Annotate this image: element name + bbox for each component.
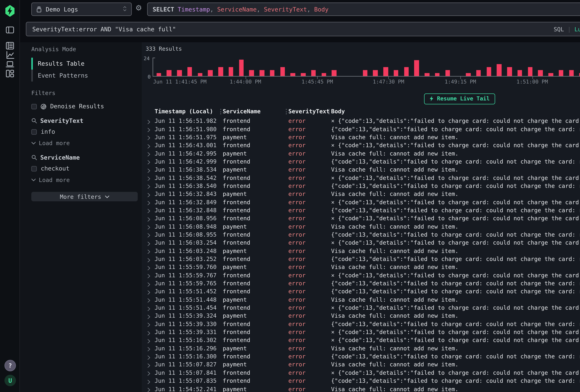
expand-chevron-icon[interactable] — [147, 387, 151, 391]
table-row[interactable]: Jun 11 1:56:38.542 PM frontend error × {… — [146, 174, 580, 182]
expand-chevron-icon[interactable] — [147, 192, 151, 196]
table-row[interactable]: Jun 11 1:56:38.540 PM frontend error {"c… — [146, 182, 580, 190]
help-button[interactable]: ? — [4, 360, 16, 371]
expand-chevron-icon[interactable] — [147, 200, 151, 204]
expand-chevron-icon[interactable] — [147, 127, 151, 131]
table-row[interactable]: Jun 11 1:55:07.827 PM payment error Visa… — [146, 361, 580, 369]
toggle-sql[interactable]: SQL — [554, 26, 564, 33]
expand-chevron-icon[interactable] — [147, 281, 151, 286]
column-resize-handle[interactable] — [329, 109, 330, 114]
expand-chevron-icon[interactable] — [147, 143, 151, 147]
table-row[interactable]: Jun 11 1:55:39.331 PM frontend error × {… — [146, 328, 580, 336]
table-row[interactable]: Jun 11 1:56:03.254 PM frontend error × {… — [146, 239, 580, 247]
table-row[interactable]: Jun 11 1:55:39.330 PM frontend error {"c… — [146, 320, 580, 328]
expand-chevron-icon[interactable] — [147, 135, 151, 139]
table-row[interactable]: Jun 11 1:55:51.452 PM frontend error {"c… — [146, 287, 580, 295]
table-row[interactable]: Jun 11 1:54:52.241 PM payment error Visa… — [146, 385, 580, 392]
histogram-bar[interactable] — [412, 58, 422, 76]
table-row[interactable]: Jun 11 1:55:59.767 PM frontend error × {… — [146, 271, 580, 279]
histogram-bar[interactable] — [401, 58, 412, 76]
histogram-bar[interactable] — [288, 58, 298, 76]
denoise-checkbox[interactable] — [31, 104, 37, 109]
mode-event-patterns[interactable]: Event Patterns — [31, 70, 138, 82]
table-row[interactable]: Jun 11 1:55:07.835 PM frontend error {"c… — [146, 377, 580, 385]
histogram-bar[interactable] — [267, 58, 278, 76]
histogram-bar[interactable] — [535, 58, 546, 76]
table-row[interactable]: Jun 11 1:56:32.849 PM frontend error × {… — [146, 198, 580, 206]
histogram-bar[interactable] — [236, 58, 247, 76]
histogram-bar[interactable] — [577, 58, 580, 76]
resume-live-tail-button[interactable]: Resume Live Tail — [424, 94, 495, 104]
expand-chevron-icon[interactable] — [147, 346, 151, 351]
histogram-bar[interactable] — [339, 58, 350, 76]
expand-chevron-icon[interactable] — [147, 379, 151, 383]
table-row[interactable]: Jun 11 1:56:03.252 PM frontend error {"c… — [146, 255, 580, 263]
histogram-bar[interactable] — [432, 58, 442, 76]
col-timestamp[interactable]: Timestamp (Local) — [155, 108, 219, 115]
expand-chevron-icon[interactable] — [147, 216, 151, 221]
table-row[interactable]: Jun 11 1:55:51.454 PM frontend error × {… — [146, 304, 580, 312]
table-row[interactable]: Jun 11 1:55:39.324 PM payment error Visa… — [146, 312, 580, 320]
histogram-bar[interactable] — [473, 58, 484, 76]
facet-checkbox[interactable] — [31, 166, 37, 171]
app-logo-icon[interactable] — [4, 5, 15, 17]
table-row[interactable]: Jun 11 1:55:59.765 PM frontend error {"c… — [146, 279, 580, 287]
select-query-box[interactable]: SELECT Timestamp, ServiceName, SeverityT… — [147, 2, 580, 16]
expand-chevron-icon[interactable] — [147, 232, 151, 237]
histogram-bar[interactable] — [153, 58, 164, 76]
expand-chevron-icon[interactable] — [147, 289, 151, 294]
table-row[interactable]: Jun 11 1:56:42.995 PM payment error Visa… — [146, 149, 580, 157]
table-row[interactable]: Jun 11 1:55:16.302 PM frontend error × {… — [146, 336, 580, 344]
histogram-bar[interactable] — [515, 58, 525, 76]
histogram-bar[interactable] — [329, 58, 339, 76]
expand-chevron-icon[interactable] — [147, 265, 151, 269]
expand-chevron-icon[interactable] — [147, 305, 151, 310]
histogram-bar[interactable] — [195, 58, 205, 76]
histogram-bar[interactable] — [257, 58, 267, 76]
histogram-bar[interactable] — [308, 58, 319, 76]
histogram-bar[interactable] — [546, 58, 556, 76]
load-more-severity[interactable]: Load more — [31, 140, 138, 146]
histogram-bar[interactable] — [226, 58, 236, 76]
histogram-bar[interactable] — [174, 58, 184, 76]
table-row[interactable]: Jun 11 1:56:51.982 PM frontend error × {… — [146, 117, 580, 125]
table-row[interactable]: Jun 11 1:56:38.534 PM payment error Visa… — [146, 165, 580, 174]
log-search-icon[interactable] — [5, 41, 14, 50]
table-row[interactable]: Jun 11 1:55:07.841 PM frontend error × {… — [146, 369, 580, 377]
expand-chevron-icon[interactable] — [147, 273, 151, 277]
panel-left-icon[interactable] — [5, 25, 14, 34]
histogram-bar[interactable] — [566, 58, 577, 76]
table-row[interactable]: Jun 11 1:56:42.999 PM frontend error {"c… — [146, 157, 580, 165]
histogram-bar[interactable] — [453, 58, 463, 76]
search-input[interactable] — [31, 25, 550, 33]
expand-chevron-icon[interactable] — [147, 159, 151, 164]
table-row[interactable]: Jun 11 1:55:51.448 PM payment error Visa… — [146, 295, 580, 304]
histogram-bar[interactable] — [484, 58, 494, 76]
mode-results-table[interactable]: Results Table — [31, 58, 138, 70]
column-resize-handle[interactable] — [286, 109, 287, 114]
table-row[interactable]: Jun 11 1:56:08.948 PM payment error Visa… — [146, 222, 580, 231]
table-row[interactable]: Jun 11 1:56:51.980 PM frontend error {"c… — [146, 125, 580, 133]
expand-chevron-icon[interactable] — [147, 224, 151, 229]
expand-chevron-icon[interactable] — [147, 257, 151, 261]
histogram-bar[interactable] — [298, 58, 308, 76]
expand-chevron-icon[interactable] — [147, 175, 151, 180]
toggle-lucene[interactable]: Lucene — [575, 26, 580, 33]
expand-chevron-icon[interactable] — [147, 167, 151, 172]
histogram-bar[interactable] — [494, 58, 504, 76]
histogram-bar[interactable] — [350, 58, 360, 76]
expand-chevron-icon[interactable] — [147, 354, 151, 359]
table-row[interactable]: Jun 11 1:55:16.296 PM payment error Visa… — [146, 344, 580, 352]
expand-chevron-icon[interactable] — [147, 119, 151, 123]
histogram-bar[interactable] — [184, 58, 195, 76]
table-row[interactable]: Jun 11 1:56:08.956 PM frontend error × {… — [146, 214, 580, 222]
expand-chevron-icon[interactable] — [147, 322, 151, 326]
expand-chevron-icon[interactable] — [147, 249, 151, 253]
histogram-bar[interactable] — [381, 58, 391, 76]
table-row[interactable]: Jun 11 1:56:08.955 PM frontend error {"c… — [146, 231, 580, 239]
histogram-bar[interactable] — [360, 58, 370, 76]
histogram-bar[interactable] — [216, 58, 226, 76]
more-filters-button[interactable]: More filters — [31, 192, 138, 201]
histogram-bar[interactable] — [370, 58, 381, 76]
expand-chevron-icon[interactable] — [147, 241, 151, 245]
